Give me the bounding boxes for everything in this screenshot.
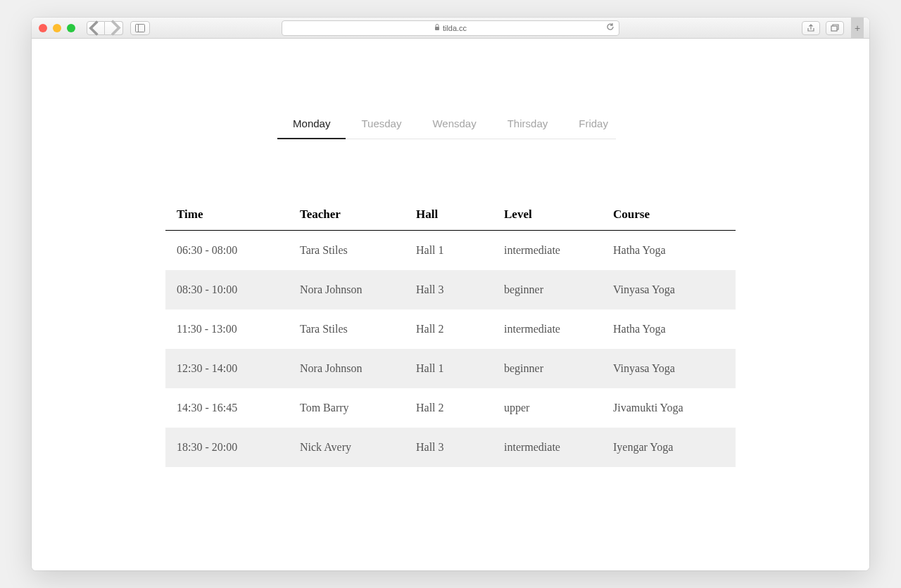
cell-level: beginner [493, 349, 602, 388]
schedule-table: TimeTeacherHallLevelCourse 06:30 - 08:00… [165, 199, 736, 467]
table-row: 18:30 - 20:00Nick AveryHall 3intermediat… [165, 428, 736, 467]
table-row: 14:30 - 16:45Tom BarryHall 2upperJivamuk… [165, 388, 736, 428]
cell-hall: Hall 3 [405, 270, 493, 309]
cell-level: intermediate [493, 428, 602, 467]
cell-time: 06:30 - 08:00 [165, 231, 289, 271]
cell-teacher: Tara Stiles [289, 309, 405, 349]
cell-course: Jivamukti Yoga [602, 388, 736, 428]
cell-teacher: Nora Johnson [289, 349, 405, 388]
cell-course: Iyengar Yoga [602, 428, 736, 467]
cell-level: intermediate [493, 231, 602, 271]
fullscreen-window-button[interactable] [67, 24, 75, 32]
svg-rect-0 [136, 24, 145, 32]
table-row: 12:30 - 14:00Nora JohnsonHall 1beginnerV… [165, 349, 736, 388]
tab-monday[interactable]: Monday [277, 109, 346, 139]
table-row: 06:30 - 08:00Tara StilesHall 1intermedia… [165, 231, 736, 271]
cell-time: 11:30 - 13:00 [165, 309, 289, 349]
close-window-button[interactable] [39, 24, 47, 32]
nav-buttons [87, 21, 123, 35]
tabs-overview-button[interactable] [826, 21, 844, 35]
tab-wensday[interactable]: Wensday [417, 109, 491, 139]
page-content: MondayTuesdayWensdayThirsdayFriday TimeT… [32, 39, 869, 570]
refresh-button[interactable] [606, 23, 615, 33]
svg-rect-3 [831, 26, 837, 31]
column-header-time: Time [165, 199, 289, 231]
cell-course: Vinyasa Yoga [602, 270, 736, 309]
tab-tuesday[interactable]: Tuesday [346, 109, 417, 139]
url-text: tilda.cc [443, 24, 467, 32]
table-header-row: TimeTeacherHallLevelCourse [165, 199, 736, 231]
cell-hall: Hall 1 [405, 231, 493, 271]
browser-window: tilda.cc + MondayTuesdayWensdayThirsdayF… [32, 18, 869, 570]
cell-time: 12:30 - 14:00 [165, 349, 289, 388]
lock-icon [434, 24, 440, 32]
cell-time: 14:30 - 16:45 [165, 388, 289, 428]
tab-friday[interactable]: Friday [563, 109, 624, 139]
cell-course: Hatha Yoga [602, 309, 736, 349]
address-bar[interactable]: tilda.cc [282, 20, 619, 36]
cell-teacher: Tom Barry [289, 388, 405, 428]
cell-hall: Hall 2 [405, 309, 493, 349]
cell-level: upper [493, 388, 602, 428]
tab-thirsday[interactable]: Thirsday [492, 109, 564, 139]
new-tab-button[interactable]: + [851, 18, 864, 39]
cell-hall: Hall 2 [405, 388, 493, 428]
cell-course: Hatha Yoga [602, 231, 736, 271]
forward-button[interactable] [105, 21, 123, 35]
window-controls [39, 24, 75, 32]
cell-hall: Hall 3 [405, 428, 493, 467]
share-button[interactable] [802, 21, 820, 35]
cell-level: beginner [493, 270, 602, 309]
column-header-course: Course [602, 199, 736, 231]
toolbar-right: + [802, 18, 864, 39]
cell-course: Vinyasa Yoga [602, 349, 736, 388]
cell-level: intermediate [493, 309, 602, 349]
column-header-teacher: Teacher [289, 199, 405, 231]
cell-time: 08:30 - 10:00 [165, 270, 289, 309]
column-header-hall: Hall [405, 199, 493, 231]
title-bar: tilda.cc + [32, 18, 869, 39]
cell-hall: Hall 1 [405, 349, 493, 388]
cell-teacher: Tara Stiles [289, 231, 405, 271]
day-tabs: MondayTuesdayWensdayThirsdayFriday [285, 109, 616, 139]
svg-rect-2 [435, 27, 439, 30]
cell-teacher: Nick Avery [289, 428, 405, 467]
column-header-level: Level [493, 199, 602, 231]
sidebar-toggle-button[interactable] [130, 21, 150, 35]
table-row: 11:30 - 13:00Tara StilesHall 2intermedia… [165, 309, 736, 349]
table-row: 08:30 - 10:00Nora JohnsonHall 3beginnerV… [165, 270, 736, 309]
back-button[interactable] [87, 21, 105, 35]
cell-teacher: Nora Johnson [289, 270, 405, 309]
minimize-window-button[interactable] [53, 24, 61, 32]
cell-time: 18:30 - 20:00 [165, 428, 289, 467]
